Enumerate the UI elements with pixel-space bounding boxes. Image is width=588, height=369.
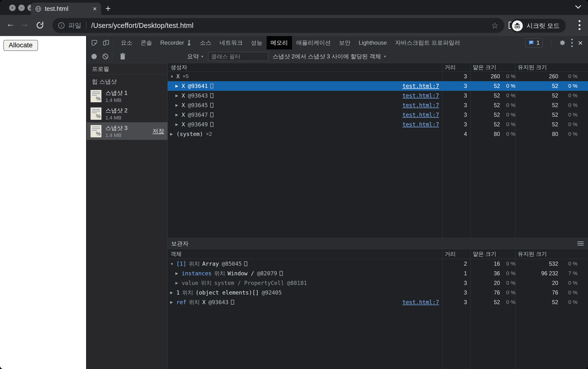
expander-closed-icon[interactable]: ▶ [170, 290, 176, 295]
snapshot-item[interactable]: %스냅샷 21.4 MB [87, 105, 168, 122]
retainer-row[interactable]: ▶value위치system / PropertyCell@881813200 … [168, 278, 588, 288]
devtools-tab-애플리케이션[interactable]: 애플리케이션 [292, 36, 335, 50]
source-link[interactable]: test.html:7 [402, 102, 439, 108]
url-scheme-label: 파일 [68, 21, 81, 30]
constructor-row[interactable]: ▶X@93645test.html:73520 %520 % [168, 100, 588, 110]
column-retained-size[interactable]: 유지된 크기 [515, 250, 588, 258]
perspective-select[interactable]: 요약 ▼ [187, 53, 204, 60]
expander-closed-icon[interactable]: ▶ [175, 113, 182, 117]
tab-close-icon[interactable]: × [93, 6, 97, 12]
object-id: @93641 [188, 83, 208, 89]
shallow-percent: 0 % [500, 280, 515, 286]
issues-button[interactable]: 1 [525, 38, 543, 48]
devtools-tab-보안[interactable]: 보안 [335, 36, 355, 50]
expander-closed-icon[interactable]: ▶ [175, 122, 182, 127]
window-close-button[interactable]: × [9, 5, 16, 11]
object-name: X [176, 73, 180, 80]
object-preview-icon [210, 93, 213, 98]
devtools-tab-메모리[interactable]: 메모리 [267, 36, 292, 50]
column-constructor[interactable]: 생성자 [168, 64, 442, 71]
tab-search-chevron-icon[interactable] [575, 4, 582, 10]
object-name: X [182, 112, 185, 118]
retainer-row[interactable]: ▶instances위치Window /@820791360 %96 2327 … [168, 269, 588, 278]
expander-closed-icon[interactable]: ▶ [175, 93, 182, 98]
constructor-row[interactable]: ▶X@93647test.html:73520 %520 % [168, 110, 588, 120]
reload-button[interactable] [36, 21, 44, 30]
expander-closed-icon[interactable]: ▶ [175, 271, 182, 276]
source-link[interactable]: test.html:7 [402, 121, 439, 128]
devtools-tab-자바스크립트 프로파일러[interactable]: 자바스크립트 프로파일러 [391, 36, 464, 50]
shallow-value: 260 [470, 73, 500, 80]
record-heap-icon[interactable] [91, 54, 97, 59]
devtools-tab-요소[interactable]: 요소 [117, 36, 136, 50]
new-tab-button[interactable]: + [105, 3, 111, 14]
snapshot-item[interactable]: %스냅샷 31.4 MB저장 [87, 122, 168, 140]
pane-menu-icon[interactable] [578, 241, 584, 247]
browser-menu-icon[interactable]: ••• [578, 19, 581, 31]
devtools-tab-소스[interactable]: 소스 [196, 36, 216, 50]
clear-icon[interactable] [102, 53, 109, 60]
source-link[interactable]: test.html:7 [402, 299, 439, 305]
column-shallow-size[interactable]: 얕은 크기 [470, 64, 515, 71]
expander-open-icon[interactable]: ▼ [170, 262, 176, 266]
devtools-tab-성능[interactable]: 성능 [247, 36, 267, 50]
object-cell: ▶value위치system / PropertyCell@88181 [168, 279, 442, 287]
constructor-cell: ▶X@93645test.html:7 [168, 102, 442, 108]
shallow-size-cell: 200 % [470, 280, 515, 286]
column-shallow-size[interactable]: 얕은 크기 [470, 250, 515, 258]
devtools-tab-Lighthouse[interactable]: Lighthouse [355, 36, 391, 50]
delete-profiles-icon[interactable] [120, 53, 126, 60]
constructor-cell: ▼X×5 [168, 73, 442, 80]
snapshot-item[interactable]: %스냅샷 11.4 MB [87, 87, 168, 105]
column-object[interactable]: 객체 [168, 250, 442, 258]
column-retained-size[interactable]: 유지된 크기 [515, 64, 588, 71]
expander-closed-icon[interactable]: ▶ [170, 300, 176, 304]
retainer-row[interactable]: ▶ref위치X@93643test.html:73520 %520 % [168, 297, 588, 307]
profiles-sidebar: 프로필 힙 스냅샷 %스냅샷 11.4 MB%스냅샷 21.4 MB%스냅샷 3… [87, 63, 168, 369]
page-info-icon[interactable]: i [58, 22, 64, 29]
constructor-row[interactable]: ▶X@93641test.html:73520 %520 % [168, 81, 588, 91]
column-distance[interactable]: 거리 [442, 64, 470, 71]
devtools-tab-네트워크[interactable]: 네트워크 [216, 36, 247, 50]
source-link[interactable]: test.html:7 [402, 83, 439, 89]
back-button[interactable]: ← [6, 19, 15, 29]
browser-tab[interactable]: test.html × [31, 3, 101, 15]
retainer-row[interactable]: ▼[1]위치Array@850452160 %5320 % [168, 259, 588, 269]
expander-closed-icon[interactable]: ▶ [175, 84, 182, 88]
distance-cell: 3 [442, 102, 470, 109]
distance-value: 3 [464, 92, 467, 99]
settings-gear-icon[interactable] [559, 40, 566, 46]
source-link[interactable]: test.html:7 [402, 112, 439, 118]
column-distance[interactable]: 거리 [442, 250, 470, 258]
expander-closed-icon[interactable]: ▶ [175, 103, 182, 107]
device-toolbar-icon[interactable] [103, 39, 110, 46]
devtools-menu-icon[interactable]: ••• [571, 38, 573, 48]
devtools-tab-Recorder[interactable]: Recorder [156, 36, 196, 50]
expander-closed-icon[interactable]: ▶ [175, 281, 182, 285]
expander-open-icon[interactable]: ▼ [170, 74, 176, 79]
retained-percent: 0 % [558, 261, 578, 267]
retainer-object-name: Array [202, 261, 219, 267]
constructor-row[interactable]: ▼X×532600 %2600 % [168, 72, 588, 81]
shallow-value: 52 [470, 112, 500, 118]
constructor-row[interactable]: ▶(system)×24800 %800 % [168, 129, 588, 139]
forward-button[interactable]: → [20, 19, 29, 29]
bookmark-star-icon[interactable]: ☆ [491, 21, 498, 30]
devtools-close-icon[interactable]: × [578, 39, 583, 47]
allocate-button[interactable]: Allocate [3, 40, 38, 51]
source-link[interactable]: test.html:7 [402, 92, 439, 99]
object-preview-icon [210, 112, 213, 117]
class-filter-input[interactable] [208, 52, 268, 61]
allocation-filter-select[interactable]: 스냅샷 2에서 스냅샷 3 사이에 할당된 객체 ▼ [273, 53, 387, 60]
constructor-row[interactable]: ▶X@93649test.html:73520 %520 % [168, 120, 588, 129]
inspect-element-icon[interactable] [91, 39, 98, 46]
save-snapshot-link[interactable]: 저장 [153, 127, 164, 135]
retainer-row[interactable]: ▶1위치(object elements)[]@924053760 %760 % [168, 288, 588, 297]
constructor-row[interactable]: ▶X@93643test.html:73520 %520 % [168, 91, 588, 100]
flask-icon [187, 40, 192, 46]
devtools-tab-콘솔[interactable]: 콘솔 [136, 36, 156, 50]
window-minimize-button[interactable]: – [18, 5, 25, 11]
expander-closed-icon[interactable]: ▶ [170, 132, 176, 136]
url-bar[interactable]: i 파일 /Users/yceffort/Desktop/test.html ☆ [52, 18, 504, 33]
devtools-tab-label: 보안 [339, 39, 351, 47]
